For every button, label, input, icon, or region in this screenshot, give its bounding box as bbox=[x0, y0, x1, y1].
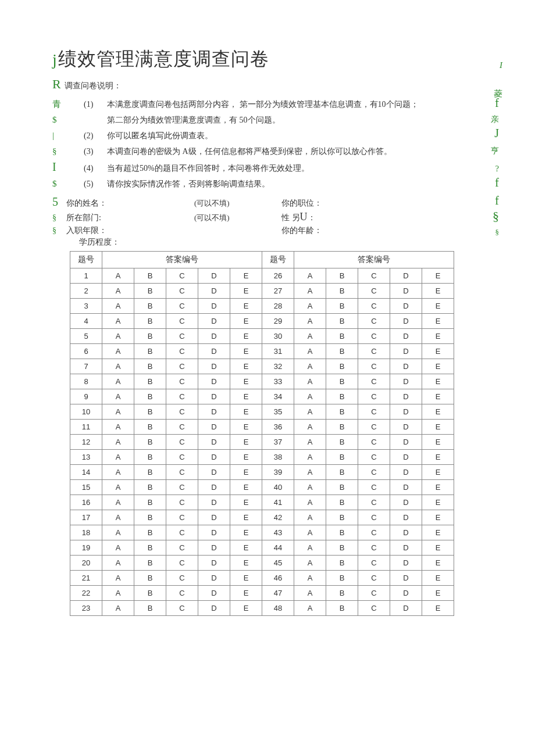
answer-option-cell[interactable]: C bbox=[358, 404, 390, 420]
answer-option-cell[interactable]: B bbox=[326, 525, 358, 540]
answer-option-cell[interactable]: A bbox=[294, 601, 326, 616]
answer-option-cell[interactable]: B bbox=[134, 314, 166, 329]
answer-option-cell[interactable]: D bbox=[390, 329, 422, 344]
answer-option-cell[interactable]: C bbox=[166, 601, 198, 616]
answer-option-cell[interactable]: B bbox=[134, 344, 166, 359]
answer-option-cell[interactable]: D bbox=[390, 299, 422, 314]
answer-option-cell[interactable]: B bbox=[134, 465, 166, 480]
answer-option-cell[interactable]: C bbox=[166, 480, 198, 495]
answer-option-cell[interactable]: E bbox=[230, 450, 262, 465]
answer-option-cell[interactable]: C bbox=[166, 450, 198, 465]
answer-option-cell[interactable]: D bbox=[198, 284, 230, 299]
answer-option-cell[interactable]: E bbox=[230, 571, 262, 586]
answer-option-cell[interactable]: D bbox=[198, 268, 230, 284]
answer-option-cell[interactable]: B bbox=[326, 435, 358, 450]
answer-option-cell[interactable]: A bbox=[294, 329, 326, 344]
answer-option-cell[interactable]: C bbox=[166, 420, 198, 435]
answer-option-cell[interactable]: C bbox=[166, 314, 198, 329]
answer-option-cell[interactable]: E bbox=[422, 480, 454, 495]
answer-option-cell[interactable]: A bbox=[102, 374, 134, 389]
answer-option-cell[interactable]: A bbox=[294, 374, 326, 389]
answer-option-cell[interactable]: B bbox=[134, 404, 166, 420]
answer-option-cell[interactable]: A bbox=[294, 299, 326, 314]
answer-option-cell[interactable]: E bbox=[422, 374, 454, 389]
answer-option-cell[interactable]: C bbox=[358, 329, 390, 344]
answer-option-cell[interactable]: C bbox=[358, 450, 390, 465]
answer-option-cell[interactable]: A bbox=[294, 268, 326, 284]
answer-option-cell[interactable]: C bbox=[166, 374, 198, 389]
answer-option-cell[interactable]: D bbox=[198, 571, 230, 586]
answer-option-cell[interactable]: D bbox=[390, 525, 422, 540]
answer-option-cell[interactable]: E bbox=[422, 420, 454, 435]
answer-option-cell[interactable]: B bbox=[134, 525, 166, 540]
answer-option-cell[interactable]: A bbox=[102, 495, 134, 510]
answer-option-cell[interactable]: C bbox=[166, 268, 198, 284]
answer-option-cell[interactable]: C bbox=[358, 540, 390, 556]
answer-option-cell[interactable]: E bbox=[230, 601, 262, 616]
answer-option-cell[interactable]: A bbox=[102, 284, 134, 299]
answer-option-cell[interactable]: A bbox=[294, 495, 326, 510]
answer-option-cell[interactable]: E bbox=[230, 420, 262, 435]
answer-option-cell[interactable]: B bbox=[134, 510, 166, 525]
answer-option-cell[interactable]: B bbox=[134, 268, 166, 284]
answer-option-cell[interactable]: B bbox=[326, 344, 358, 359]
answer-option-cell[interactable]: B bbox=[326, 329, 358, 344]
answer-option-cell[interactable]: A bbox=[294, 344, 326, 359]
answer-option-cell[interactable]: A bbox=[294, 359, 326, 374]
answer-option-cell[interactable]: E bbox=[230, 586, 262, 601]
answer-option-cell[interactable]: C bbox=[358, 510, 390, 525]
answer-option-cell[interactable]: C bbox=[358, 359, 390, 374]
answer-option-cell[interactable]: E bbox=[422, 601, 454, 616]
answer-option-cell[interactable]: A bbox=[294, 480, 326, 495]
answer-option-cell[interactable]: C bbox=[358, 465, 390, 480]
answer-option-cell[interactable]: E bbox=[230, 404, 262, 420]
answer-option-cell[interactable]: A bbox=[294, 465, 326, 480]
answer-option-cell[interactable]: A bbox=[102, 540, 134, 556]
answer-option-cell[interactable]: B bbox=[134, 450, 166, 465]
answer-option-cell[interactable]: E bbox=[422, 284, 454, 299]
answer-option-cell[interactable]: A bbox=[294, 435, 326, 450]
answer-option-cell[interactable]: D bbox=[390, 601, 422, 616]
answer-option-cell[interactable]: E bbox=[422, 389, 454, 404]
answer-option-cell[interactable]: C bbox=[166, 556, 198, 571]
answer-option-cell[interactable]: D bbox=[390, 404, 422, 420]
answer-option-cell[interactable]: C bbox=[358, 435, 390, 450]
answer-option-cell[interactable]: E bbox=[422, 586, 454, 601]
answer-option-cell[interactable]: E bbox=[230, 314, 262, 329]
answer-option-cell[interactable]: D bbox=[390, 495, 422, 510]
answer-option-cell[interactable]: B bbox=[326, 480, 358, 495]
answer-option-cell[interactable]: B bbox=[326, 314, 358, 329]
answer-option-cell[interactable]: C bbox=[358, 586, 390, 601]
answer-option-cell[interactable]: A bbox=[102, 465, 134, 480]
answer-option-cell[interactable]: C bbox=[166, 525, 198, 540]
answer-option-cell[interactable]: A bbox=[102, 420, 134, 435]
answer-option-cell[interactable]: A bbox=[102, 510, 134, 525]
answer-option-cell[interactable]: C bbox=[166, 344, 198, 359]
answer-option-cell[interactable]: D bbox=[198, 420, 230, 435]
answer-option-cell[interactable]: E bbox=[422, 329, 454, 344]
answer-option-cell[interactable]: A bbox=[294, 525, 326, 540]
answer-option-cell[interactable]: D bbox=[390, 450, 422, 465]
answer-option-cell[interactable]: D bbox=[198, 359, 230, 374]
answer-option-cell[interactable]: B bbox=[134, 329, 166, 344]
answer-option-cell[interactable]: B bbox=[326, 586, 358, 601]
answer-option-cell[interactable]: E bbox=[422, 314, 454, 329]
answer-option-cell[interactable]: A bbox=[102, 314, 134, 329]
answer-option-cell[interactable]: E bbox=[230, 344, 262, 359]
answer-option-cell[interactable]: E bbox=[422, 465, 454, 480]
answer-option-cell[interactable]: D bbox=[390, 465, 422, 480]
answer-option-cell[interactable]: D bbox=[198, 601, 230, 616]
answer-option-cell[interactable]: C bbox=[358, 480, 390, 495]
answer-option-cell[interactable]: E bbox=[422, 495, 454, 510]
answer-option-cell[interactable]: C bbox=[166, 465, 198, 480]
answer-option-cell[interactable]: B bbox=[326, 299, 358, 314]
answer-option-cell[interactable]: B bbox=[326, 268, 358, 284]
answer-option-cell[interactable]: D bbox=[198, 299, 230, 314]
answer-option-cell[interactable]: D bbox=[390, 344, 422, 359]
answer-option-cell[interactable]: E bbox=[230, 495, 262, 510]
answer-option-cell[interactable]: D bbox=[390, 556, 422, 571]
answer-option-cell[interactable]: A bbox=[102, 571, 134, 586]
answer-option-cell[interactable]: E bbox=[230, 359, 262, 374]
answer-option-cell[interactable]: B bbox=[326, 359, 358, 374]
answer-option-cell[interactable]: A bbox=[102, 586, 134, 601]
